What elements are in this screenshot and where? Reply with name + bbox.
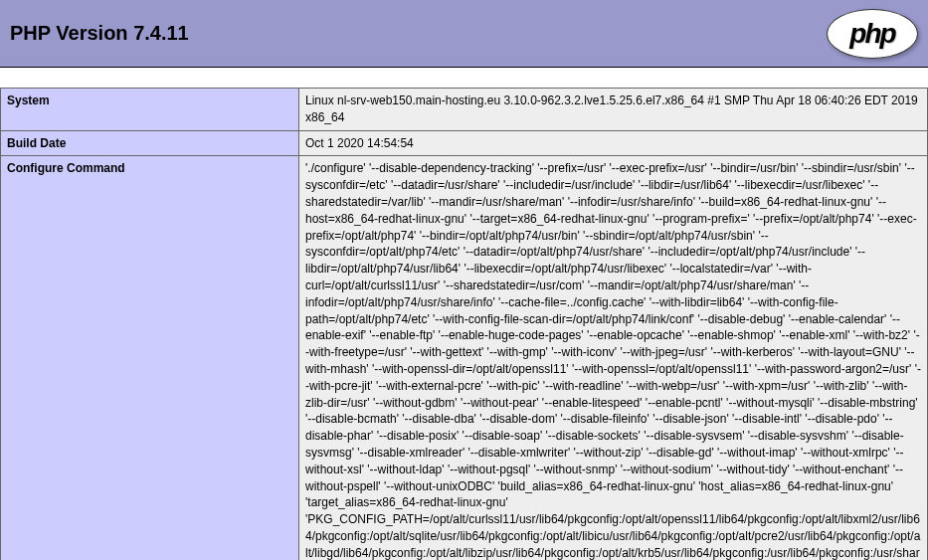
php-logo-text: php — [849, 18, 894, 50]
table-row: Configure Command'./configure' '--disabl… — [1, 156, 928, 560]
phpinfo-header: PHP Version 7.4.11 php — [0, 0, 928, 68]
row-label: Configure Command — [1, 156, 299, 560]
row-value: Oct 1 2020 14:54:54 — [299, 130, 928, 156]
row-value: Linux nl-srv-web150.main-hosting.eu 3.10… — [299, 89, 928, 131]
row-value: './configure' '--disable-dependency-trac… — [299, 156, 928, 560]
row-label: Build Date — [1, 130, 299, 156]
php-logo: php — [827, 9, 918, 59]
table-row: SystemLinux nl-srv-web150.main-hosting.e… — [1, 89, 928, 131]
table-row: Build DateOct 1 2020 14:54:54 — [1, 130, 928, 156]
page-title: PHP Version 7.4.11 — [10, 22, 189, 45]
phpinfo-table: SystemLinux nl-srv-web150.main-hosting.e… — [0, 88, 928, 560]
row-label: System — [1, 89, 299, 131]
